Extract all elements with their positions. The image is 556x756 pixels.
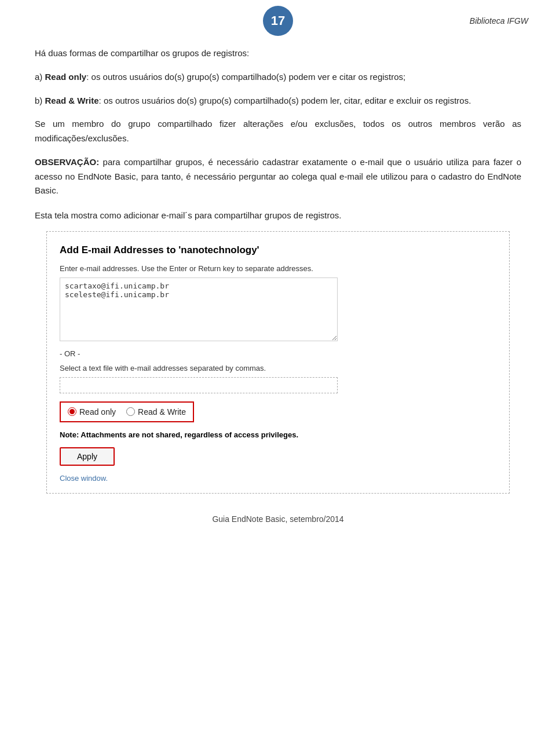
read-write-option[interactable]: Read & Write (126, 407, 186, 417)
observacao-paragraph: OBSERVAÇÃO: para compartilhar grupos, é … (35, 155, 521, 198)
para3-prefix: b) (35, 96, 45, 105)
modification-paragraph: Se um membro do grupo compartilhado fize… (35, 117, 521, 146)
tela-label: Esta tela mostra como adicionar e-mail´s… (35, 209, 521, 223)
footer-label: Guia EndNote Basic, setembro/2014 (35, 514, 521, 541)
access-radio-group: Read only Read & Write (60, 401, 194, 422)
read-only-option[interactable]: Read only (68, 407, 116, 417)
read-only-radio[interactable] (68, 407, 76, 416)
read-only-paragraph: a) Read only: os outros usuários do(s) g… (35, 70, 521, 85)
observacao-label: OBSERVAÇÃO: (35, 157, 99, 167)
read-write-paragraph: b) Read & Write: os outros usuários do(s… (35, 94, 521, 108)
file-select-label: Select a text file with e-mail addresses… (60, 364, 496, 372)
or-separator: - OR - (60, 349, 496, 358)
para2-prefix: a) (35, 72, 45, 82)
email-textarea[interactable]: scartaxo@ifi.unicamp.br sceleste@ifi.uni… (60, 277, 338, 341)
read-write-bold: Read & Write (45, 96, 99, 105)
brand-label: Biblioteca IFGW (470, 16, 528, 25)
para2-suffix: : os outros usuários do(s) grupo(s) comp… (86, 72, 405, 82)
para3-suffix: : os outros usuários do(s) grupo(s) comp… (99, 96, 471, 105)
read-only-label: Read only (79, 407, 116, 417)
dialog-instruction: Enter e-mail addresses. Use the Enter or… (60, 264, 496, 273)
dialog-title: Add E-mail Addresses to 'nanotechnology' (60, 244, 496, 256)
intro-paragraph: Há duas formas de compartilhar os grupos… (35, 46, 521, 61)
note-text: Note: Attachments are not shared, regard… (60, 430, 496, 439)
observacao-text: para compartilhar grupos, é necessário c… (35, 157, 521, 196)
close-window-link[interactable]: Close window. (60, 474, 496, 483)
apply-button[interactable]: Apply (60, 447, 115, 466)
read-only-bold: Read only (45, 72, 87, 82)
page-number: 17 (263, 6, 293, 36)
read-write-label: Read & Write (138, 407, 186, 417)
read-write-radio[interactable] (126, 407, 135, 416)
file-input-box[interactable] (60, 377, 338, 393)
dialog-box: Add E-mail Addresses to 'nanotechnology'… (46, 231, 510, 494)
